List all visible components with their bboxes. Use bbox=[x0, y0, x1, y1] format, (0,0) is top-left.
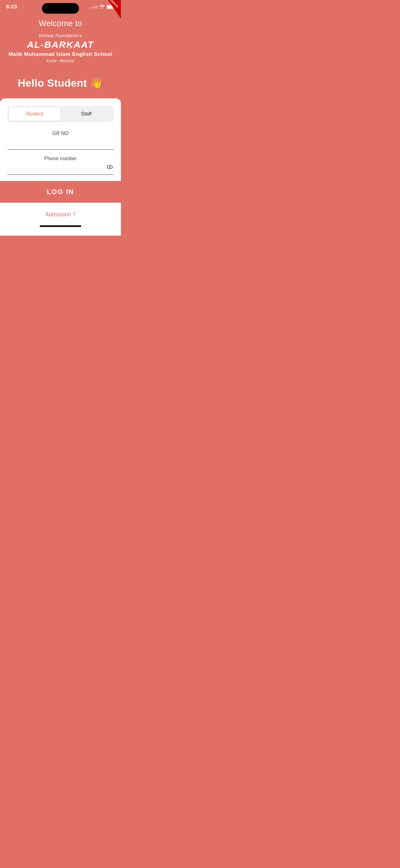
login-card: Student Staff GR NO Phone number bbox=[0, 98, 121, 203]
svg-point-1 bbox=[109, 166, 111, 168]
status-icons bbox=[91, 4, 115, 10]
main-content: Welcome to Rehbar Foundation's AL-BARKAA… bbox=[0, 12, 121, 203]
school-name-text: Malik Muhammad Islam English School bbox=[7, 51, 113, 57]
toggle-visibility-icon[interactable] bbox=[106, 163, 113, 172]
staff-tab[interactable]: Staff bbox=[61, 107, 112, 121]
login-button[interactable]: LOG IN bbox=[0, 181, 121, 203]
status-bar: 6:23 bbox=[0, 0, 121, 12]
location-text: Kurla - Mumbai bbox=[7, 59, 113, 63]
student-tab[interactable]: Student bbox=[9, 107, 61, 121]
welcome-text: Welcome to bbox=[7, 19, 113, 28]
phone-input[interactable] bbox=[7, 164, 113, 175]
albarkaat-text: AL-BARKAAT bbox=[7, 39, 113, 50]
home-indicator bbox=[40, 225, 81, 227]
gr-no-input[interactable] bbox=[7, 139, 113, 150]
wifi-icon bbox=[99, 4, 105, 10]
gr-no-label: GR NO bbox=[7, 131, 113, 136]
gr-no-field-group: GR NO bbox=[7, 131, 113, 150]
phone-screen: DEBUG 6:23 bbox=[0, 0, 121, 262]
dynamic-island bbox=[42, 3, 79, 14]
tab-switcher: Student Staff bbox=[7, 106, 113, 122]
hello-student-text: Hello Student 👋 bbox=[7, 77, 113, 89]
admission-link[interactable]: Admission ? bbox=[45, 211, 76, 218]
rehbar-text: Rehbar Foundation's bbox=[7, 33, 113, 38]
phone-label: Phone number bbox=[7, 156, 113, 161]
signal-icon bbox=[91, 5, 97, 8]
school-info: Rehbar Foundation's AL-BARKAAT Malik Muh… bbox=[7, 33, 113, 63]
bottom-section: Admission ? bbox=[0, 203, 121, 236]
phone-field-group: Phone number bbox=[7, 156, 113, 175]
phone-input-wrapper bbox=[7, 164, 113, 175]
status-time: 6:23 bbox=[6, 4, 17, 10]
